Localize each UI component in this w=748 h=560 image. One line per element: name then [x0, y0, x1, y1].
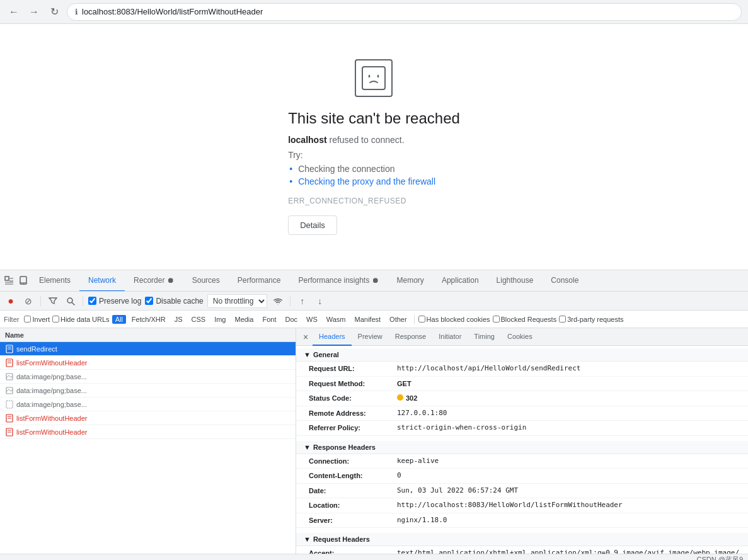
filter-label: Filter — [4, 316, 19, 323]
inspect-icon[interactable] — [3, 274, 16, 288]
details-button[interactable]: Details — [288, 215, 337, 235]
network-row-data-3[interactable]: data:image/png;base... — [0, 397, 296, 411]
record-button[interactable]: ● — [4, 294, 18, 308]
svg-line-8 — [72, 302, 75, 305]
filter-js[interactable]: JS — [171, 315, 186, 324]
svg-rect-23 — [6, 401, 13, 408]
has-blocked-cookies-checkbox[interactable]: Has blocked cookies — [418, 316, 490, 323]
row-name-data-2: data:image/png;base... — [16, 387, 291, 394]
filter-wasm[interactable]: Wasm — [323, 315, 349, 324]
tab-application[interactable]: Application — [433, 270, 488, 292]
network-row-list-form-2[interactable]: listFormWithoutHeader — [0, 411, 296, 425]
reload-button[interactable]: ↻ — [47, 4, 62, 20]
footer-text: CSDN @蓝风9 — [696, 555, 743, 560]
blocked-requests-checkbox[interactable]: Blocked Requests — [493, 316, 557, 323]
svg-line-17 — [9, 375, 11, 377]
detail-tab-bar: × Headers Preview Response Initiator Tim… — [296, 328, 748, 346]
search-button[interactable] — [64, 294, 78, 308]
status-circle — [397, 394, 403, 401]
response-headers-section: ▼ Response Headers Connection: keep-aliv… — [296, 438, 748, 531]
response-content-length: Content-Length: 0 — [296, 469, 748, 484]
error-page: This site can't be reached localhost ref… — [288, 59, 460, 235]
tab-console[interactable]: Console — [542, 270, 587, 292]
tab-performance-insights[interactable]: Performance insights ⏺ — [289, 270, 388, 292]
filter-manifest[interactable]: Manifest — [352, 315, 384, 324]
filter-media[interactable]: Media — [231, 315, 256, 324]
third-party-checkbox[interactable]: 3rd-party requests — [559, 316, 623, 323]
tab-lighthouse[interactable]: Lighthouse — [488, 270, 543, 292]
detail-tab-cookies[interactable]: Cookies — [501, 328, 539, 346]
wifi-icon[interactable] — [271, 294, 285, 308]
error-subtitle: localhost refused to connect. — [288, 135, 460, 145]
disable-cache-checkbox[interactable]: Disable cache — [145, 297, 203, 306]
detail-tab-timing[interactable]: Timing — [468, 328, 501, 346]
detail-tab-response[interactable]: Response — [389, 328, 433, 346]
throttling-select[interactable]: No throttling — [207, 294, 267, 308]
filter-doc[interactable]: Doc — [282, 315, 301, 324]
preserve-log-checkbox[interactable]: Preserve log — [88, 297, 141, 306]
network-body: Name sendRedirect listFormWithoutHeader — [0, 328, 748, 554]
detail-tab-initiator[interactable]: Initiator — [432, 328, 468, 346]
network-list: Name sendRedirect listFormWithoutHeader — [0, 328, 296, 554]
general-section: ▼ General Request URL: http://localhost/… — [296, 346, 748, 438]
row-icon-doc-3 — [5, 414, 14, 423]
tab-recorder[interactable]: Recorder ⏺ — [125, 270, 183, 292]
general-request-method: Request Method: GET — [296, 377, 748, 392]
row-name-data-1: data:image/png;base... — [16, 373, 291, 380]
back-button[interactable]: ← — [6, 4, 21, 20]
tab-memory[interactable]: Memory — [388, 270, 433, 292]
error-code: ERR_CONNECTION_REFUSED — [288, 197, 460, 205]
row-icon-doc-4 — [5, 428, 14, 437]
upload-button[interactable]: ↑ — [296, 294, 309, 308]
svg-line-16 — [6, 375, 9, 378]
forward-button[interactable]: → — [26, 4, 42, 20]
filter-fetch-xhr[interactable]: Fetch/XHR — [129, 315, 169, 324]
tab-sources[interactable]: Sources — [183, 270, 229, 292]
detail-panel: × Headers Preview Response Initiator Tim… — [296, 328, 748, 554]
network-row-data-1[interactable]: data:image/png;base... — [0, 370, 296, 384]
row-icon-doc — [5, 345, 14, 353]
filter-css[interactable]: CSS — [188, 315, 209, 324]
svg-point-7 — [67, 298, 72, 303]
address-bar[interactable]: ℹ localhost:8083/HelloWorld/listFormWith… — [67, 3, 742, 21]
suggestion-2[interactable]: Checking the proxy and the firewall — [298, 176, 460, 186]
network-row-list-form-1[interactable]: listFormWithoutHeader — [0, 356, 296, 370]
download-button[interactable]: ↓ — [313, 294, 327, 308]
invert-checkbox[interactable]: Invert — [24, 316, 50, 323]
device-icon[interactable] — [16, 274, 30, 288]
hide-data-urls-checkbox[interactable]: Hide data URLs — [52, 316, 110, 323]
error-icon — [355, 59, 393, 97]
filter-icon[interactable] — [46, 294, 60, 308]
response-headers-header[interactable]: ▼ Response Headers — [296, 441, 748, 454]
network-row-list-form-3[interactable]: listFormWithoutHeader — [0, 425, 296, 439]
detail-tab-preview[interactable]: Preview — [352, 328, 389, 346]
row-icon-img-2 — [5, 386, 14, 395]
general-referrer-policy: Referrer Policy: strict-origin-when-cros… — [296, 421, 748, 436]
row-icon-img-1 — [5, 372, 14, 381]
svg-point-6 — [23, 283, 24, 285]
row-name-list-form-3: listFormWithoutHeader — [16, 428, 291, 436]
filter-font[interactable]: Font — [259, 315, 279, 324]
filter-img[interactable]: Img — [211, 315, 229, 324]
row-icon-doc-2 — [5, 358, 14, 367]
row-icon-img-3 — [5, 400, 14, 409]
request-headers-header[interactable]: ▼ Request Headers — [296, 533, 748, 546]
detail-tab-headers[interactable]: Headers — [313, 328, 352, 346]
security-icon: ℹ — [75, 8, 78, 16]
response-location: Location: http://localhost:8083/HelloWor… — [296, 498, 748, 513]
general-section-header[interactable]: ▼ General — [296, 348, 748, 362]
detail-close-button[interactable]: × — [299, 330, 313, 344]
filter-all[interactable]: All — [112, 315, 126, 324]
network-toolbar: ● ⊘ Preserve log Disable cache No thrott… — [0, 292, 748, 311]
tab-elements[interactable]: Elements — [30, 270, 79, 292]
filter-ws[interactable]: WS — [303, 315, 321, 324]
row-name-send-redirect: sendRedirect — [16, 345, 291, 353]
svg-line-21 — [9, 389, 11, 391]
network-row-send-redirect[interactable]: sendRedirect — [0, 342, 296, 356]
tab-performance[interactable]: Performance — [229, 270, 290, 292]
clear-button[interactable]: ⊘ — [21, 294, 35, 308]
row-name-list-form-2: listFormWithoutHeader — [16, 414, 291, 422]
network-row-data-2[interactable]: data:image/png;base... — [0, 384, 296, 397]
tab-network[interactable]: Network — [79, 270, 125, 292]
filter-other[interactable]: Other — [386, 315, 410, 324]
